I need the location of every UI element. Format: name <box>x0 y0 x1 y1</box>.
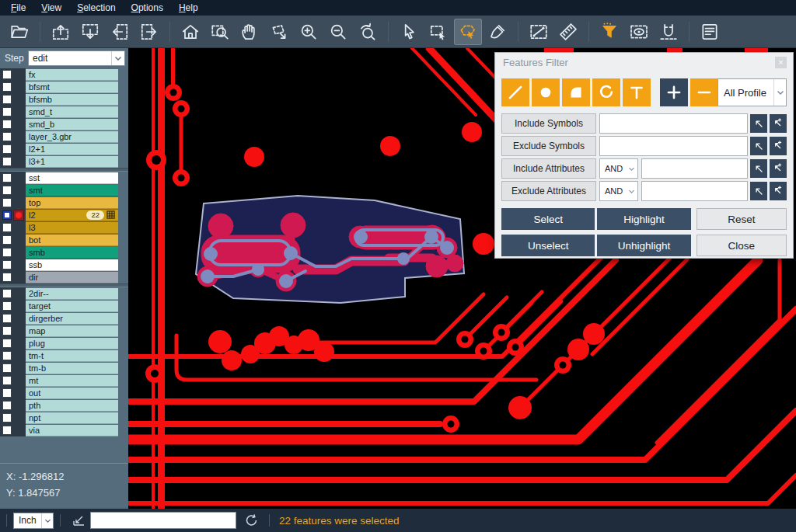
layer-row-pth[interactable]: pth <box>0 399 128 412</box>
include-symbols-input[interactable] <box>599 113 748 134</box>
exclude-attributes-input[interactable] <box>641 181 748 201</box>
layer-visibility-checkbox[interactable] <box>2 107 12 116</box>
layer-row-l3[interactable]: l3 <box>0 221 128 234</box>
layer-name-label[interactable]: bfsmt <box>26 82 118 93</box>
layer-name-label[interactable]: out <box>26 388 118 399</box>
layer-name-label[interactable]: via <box>26 425 118 436</box>
home-icon[interactable] <box>176 19 204 45</box>
layer-name-label[interactable]: 2dir-- <box>26 288 118 300</box>
clean-brush-icon[interactable] <box>484 19 511 45</box>
zoom-window-icon[interactable] <box>206 19 234 45</box>
menu-file[interactable]: File <box>3 1 33 15</box>
pan-hand-icon[interactable] <box>236 19 264 45</box>
layer-row-dir[interactable]: dir <box>0 271 128 283</box>
add-feature-icon[interactable] <box>660 78 688 106</box>
layer-name-label[interactable]: top <box>26 197 118 209</box>
layer-visibility-checkbox[interactable] <box>2 314 12 323</box>
snap-magnet-icon[interactable] <box>655 19 683 45</box>
layer-row-tm-t[interactable]: tm-t <box>0 349 128 362</box>
layer-name-label[interactable]: l3+1 <box>26 156 118 168</box>
layer-visibility-checkbox[interactable] <box>2 82 12 92</box>
layer-visibility-checkbox[interactable] <box>2 363 12 373</box>
profile-select[interactable]: All Profile <box>717 78 787 106</box>
layer-visibility-checkbox[interactable] <box>2 326 12 336</box>
layer-visibility-checkbox[interactable] <box>2 388 12 398</box>
pick-feature-button[interactable] <box>750 114 767 133</box>
pick-add-feature-button[interactable] <box>770 114 787 133</box>
layer-row-l3-1[interactable]: l3+1 <box>0 155 128 168</box>
layer-row-layer-3-gbr[interactable]: layer_3.gbr <box>0 130 128 143</box>
layer-row-2dir-[interactable]: 2dir-- <box>0 287 128 300</box>
logic-operator-select[interactable]: AND <box>599 181 638 201</box>
layer-visibility-checkbox[interactable] <box>2 70 12 79</box>
zoom-previous-icon[interactable] <box>354 19 382 45</box>
reset-button[interactable]: Reset <box>696 208 787 230</box>
layer-name-label[interactable]: map <box>26 325 118 337</box>
layer-row-bfsmb[interactable]: bfsmb <box>0 93 128 106</box>
include-attributes-input[interactable] <box>641 158 748 179</box>
layer-name-label[interactable]: sst <box>26 172 118 184</box>
open-file-icon[interactable] <box>5 19 33 45</box>
layer-row-target[interactable]: target <box>0 300 128 312</box>
text-feature-icon[interactable] <box>623 78 651 106</box>
close-icon[interactable]: × <box>775 57 787 68</box>
zoom-in-icon[interactable] <box>295 19 323 45</box>
layer-row-ssb[interactable]: ssb <box>0 259 128 271</box>
layer-name-label[interactable]: l3 <box>26 222 118 234</box>
layer-visibility-checkbox[interactable] <box>2 339 12 348</box>
layer-name-label[interactable]: target <box>26 301 118 312</box>
refresh-icon[interactable] <box>244 513 258 527</box>
layer-visibility-checkbox[interactable] <box>2 186 12 195</box>
pick-feature-button[interactable] <box>750 182 767 200</box>
layer-row-out[interactable]: out <box>0 387 128 399</box>
layer-visibility-checkbox[interactable] <box>2 210 12 220</box>
layer-row-sst[interactable]: sst <box>0 172 128 184</box>
layer-row-npt[interactable]: npt <box>0 412 128 424</box>
layer-name-label[interactable]: layer_3.gbr <box>26 131 118 143</box>
layer-row-smd-t[interactable]: smd_t <box>0 106 128 118</box>
layer-name-label[interactable]: ssb <box>26 259 118 271</box>
select-rect-icon[interactable] <box>424 19 452 45</box>
layer-row-tm-b[interactable]: tm-b <box>0 362 128 374</box>
layer-name-label[interactable]: tm-b <box>26 363 118 374</box>
layer-row-smt[interactable]: smt <box>0 184 128 196</box>
layer-visibility-checkbox[interactable] <box>2 144 12 154</box>
zoom-area-icon[interactable] <box>265 19 293 45</box>
layer-visibility-checkbox[interactable] <box>2 289 12 298</box>
surface-feature-icon[interactable] <box>562 78 590 106</box>
layer-visibility-checkbox[interactable] <box>2 173 12 183</box>
snap-angle-icon[interactable] <box>72 513 86 527</box>
layer-visibility-checkbox[interactable] <box>2 413 12 422</box>
measure-line-icon[interactable] <box>525 19 553 45</box>
layer-visibility-checkbox[interactable] <box>2 120 12 129</box>
close-button[interactable]: Close <box>696 235 787 256</box>
highlight-button[interactable]: Highlight <box>597 208 690 230</box>
pad-feature-icon[interactable] <box>532 78 560 106</box>
logic-operator-select[interactable]: AND <box>599 158 638 179</box>
layer-row-fx[interactable]: fx <box>0 68 128 81</box>
layer-visibility-checkbox[interactable] <box>2 301 12 311</box>
layer-visibility-checkbox[interactable] <box>2 376 12 385</box>
layer-row-smb[interactable]: smb <box>0 246 128 259</box>
ruler-icon[interactable] <box>554 19 582 45</box>
layer-row-plug[interactable]: plug <box>0 337 128 349</box>
layer-visibility-checkbox[interactable] <box>2 235 12 245</box>
view-box-icon[interactable] <box>625 19 653 45</box>
pick-add-feature-button[interactable] <box>770 159 787 178</box>
pick-feature-button[interactable] <box>750 137 767 155</box>
layer-name-label[interactable]: fx <box>26 69 118 81</box>
select-polygon-icon[interactable] <box>454 19 482 45</box>
layer-visibility-checkbox[interactable] <box>2 198 12 207</box>
unhighlight-button[interactable]: Unhighlight <box>597 235 690 256</box>
select-button[interactable]: Select <box>501 208 595 230</box>
layer-name-label[interactable]: npt <box>26 412 118 424</box>
select-cursor-icon[interactable] <box>395 19 423 45</box>
layer-name-label[interactable]: l2+1 <box>26 144 118 155</box>
layer-row-bot[interactable]: bot <box>0 234 128 246</box>
step-select[interactable]: edit <box>28 50 125 66</box>
layer-name-label[interactable]: dirgerber <box>26 313 118 325</box>
layer-row-map[interactable]: map <box>0 325 128 337</box>
layers-panel-icon[interactable] <box>696 19 724 45</box>
pick-add-feature-button[interactable] <box>770 182 787 200</box>
shift-up-icon[interactable] <box>47 19 75 45</box>
